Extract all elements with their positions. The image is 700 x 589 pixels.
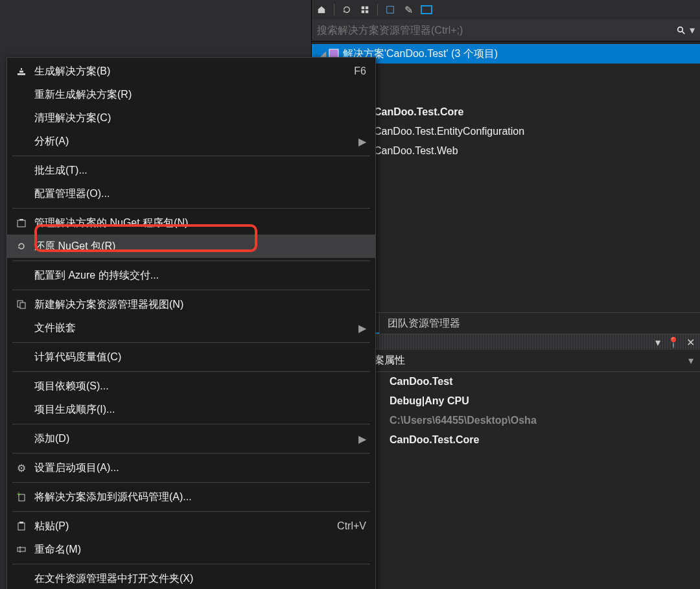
menu-paste[interactable]: 粘贴(P) Ctrl+V (7, 514, 375, 538)
toolbar-refresh-icon[interactable] (341, 4, 353, 16)
paste-icon (12, 521, 30, 531)
menu-rebuild-solution[interactable]: 重新生成解决方案(R) (7, 83, 375, 106)
menu-add-scc[interactable]: + 将解决方案添加到源代码管理(A)... (7, 485, 375, 509)
rename-icon (12, 544, 30, 555)
menu-file-nesting[interactable]: 文件嵌套 ▶ (7, 316, 375, 340)
menu-separator (12, 290, 370, 290)
menu-new-view[interactable]: 新建解决方案资源管理器视图(N) (7, 293, 375, 316)
panel-menu-icon[interactable]: ▾ (655, 336, 660, 349)
pin-icon[interactable]: 📍 (667, 336, 680, 349)
svg-rect-0 (387, 6, 394, 14)
menu-separator (12, 453, 370, 454)
svg-rect-11 (20, 303, 25, 308)
menu-build-order[interactable]: 项目生成顺序(I)... (7, 398, 375, 421)
explorer-search-row: ▾ (312, 19, 700, 41)
svg-rect-14 (18, 523, 25, 530)
toolbar-showall-icon[interactable] (384, 4, 396, 16)
menu-manage-nuget[interactable]: 管理解决方案的 NuGet 程序包(N)... (7, 211, 375, 235)
menu-build-solution[interactable]: 生成解决方案(B) F6 (7, 60, 375, 83)
menu-add[interactable]: 添加(D) ▶ (7, 427, 375, 450)
menu-separator (12, 424, 370, 424)
menu-config-manager[interactable]: 配置管理器(O)... (7, 182, 375, 205)
search-dropdown-icon[interactable]: ▾ (690, 24, 695, 36)
restore-icon (12, 241, 30, 251)
close-icon[interactable]: ✕ (686, 336, 695, 349)
add-scc-icon: + (12, 492, 30, 502)
menu-analyze[interactable]: 分析(A) ▶ (7, 130, 375, 153)
menu-separator (12, 482, 370, 483)
nuget-icon (12, 218, 30, 228)
menu-open-folder[interactable]: 在文件资源管理器中打开文件夹(X) (7, 567, 375, 589)
svg-rect-15 (19, 522, 23, 524)
toolbar-home-icon[interactable] (316, 4, 327, 16)
svg-rect-16 (18, 548, 25, 551)
menu-code-metrics[interactable]: 计算代码度量值(C) (7, 345, 375, 369)
toolbar-wrench-icon[interactable]: ✎ (402, 4, 414, 16)
svg-text:+: + (17, 492, 21, 498)
menu-set-startup[interactable]: ⚙ 设置启动项目(A)... (7, 456, 375, 479)
menu-project-deps[interactable]: 项目依赖项(S)... (7, 375, 375, 398)
menu-separator (12, 564, 370, 564)
menu-separator (12, 371, 370, 372)
submenu-arrow-icon: ▶ (358, 322, 366, 334)
chevron-down-icon[interactable]: ▾ (688, 354, 694, 367)
search-icon[interactable] (674, 23, 688, 38)
svg-line-2 (682, 31, 685, 34)
menu-restore-nuget[interactable]: 还原 NuGet 包(R) (7, 235, 375, 258)
menu-azure-cd[interactable]: 配置到 Azure 的持续交付... (7, 264, 375, 287)
gear-icon: ⚙ (12, 462, 30, 474)
tab-team-explorer[interactable]: 团队资源管理器 (379, 313, 468, 334)
menu-separator (12, 208, 370, 209)
menu-separator (12, 260, 370, 261)
menu-separator (12, 342, 370, 343)
submenu-arrow-icon: ▶ (358, 135, 366, 148)
menu-separator (12, 156, 370, 156)
menu-rename[interactable]: 重命名(M) (7, 538, 375, 561)
toolbar-props-icon[interactable] (421, 5, 432, 14)
build-icon (12, 66, 30, 76)
svg-rect-9 (18, 220, 25, 227)
menu-batch-build[interactable]: 批生成(T)... (7, 159, 375, 182)
explorer-search-input[interactable] (317, 25, 674, 36)
newview-icon (12, 299, 30, 310)
menu-separator (12, 511, 370, 512)
svg-point-1 (678, 27, 683, 32)
submenu-arrow-icon: ▶ (358, 433, 366, 445)
menu-clean-solution[interactable]: 清理解决方案(C) (7, 106, 375, 130)
explorer-toolbar: ✎ (312, 0, 700, 19)
toolbar-collapse-icon[interactable] (359, 4, 371, 16)
solution-context-menu: 生成解决方案(B) F6 重新生成解决方案(R) 清理解决方案(C) 分析(A)… (6, 57, 376, 589)
